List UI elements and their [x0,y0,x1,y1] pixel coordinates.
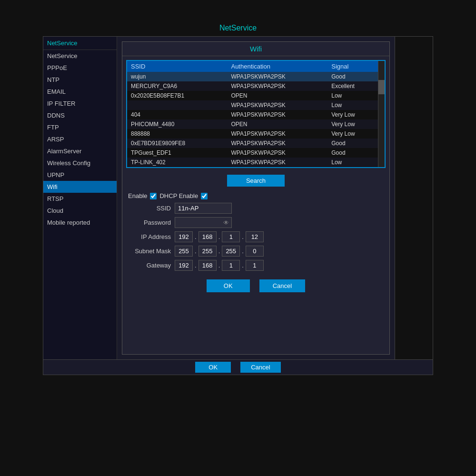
ip-d[interactable] [246,231,264,242]
wifi-dialog: Wifi SSID Authentication Signal [122,41,390,355]
sidebar-item-rtsp[interactable]: RTSP [43,193,117,205]
sidebar: NetService NetServicePPPoENTPEMAILIP FIL… [43,37,117,359]
cell-signal: Very Low [327,119,378,129]
sidebar-item-arsp[interactable]: ARSP [43,133,117,145]
gateway-d[interactable] [246,260,264,271]
sidebar-item-mobile-reported[interactable]: Mobile reported [43,217,117,228]
ip-c[interactable] [222,231,240,242]
scrollbar-thumb[interactable] [378,80,385,94]
cell-ssid: 0x2020E5B08FE7B1 [127,91,227,100]
dhcp-enable-label: DHCP Enable [159,192,198,199]
cell-ssid: TP-LINK_402 [127,158,227,167]
subnet-mask-row: Subnet Mask . . . [128,246,384,257]
ok-button[interactable]: OK [207,279,250,292]
cell-signal: Low [327,100,378,110]
cell-auth: WPA1PSKWPA2PSK [227,72,327,81]
sidebar-item-email[interactable]: EMAIL [43,86,117,98]
gateway-c[interactable] [222,260,240,271]
table-row[interactable]: 404WPA1PSKWPA2PSKVery Low [127,110,378,119]
main-content: Wifi SSID Authentication Signal [117,37,395,359]
cell-auth: OPEN [227,91,327,100]
sidebar-item-ddns[interactable]: DDNS [43,109,117,121]
outer-title: NetService [219,24,257,32]
cell-signal: Very Low [327,129,378,139]
sidebar-item-ntp[interactable]: NTP [43,74,117,86]
mask-c[interactable] [222,246,240,257]
ip-address-row: IP Address . . . [128,231,384,242]
search-btn-row: Search [122,175,389,187]
eye-icon: 👁 [223,219,229,226]
col-ssid: SSID [127,61,227,72]
col-auth: Authentication [227,61,327,72]
sidebar-item-pppoe[interactable]: PPPoE [43,62,117,74]
cell-ssid: TPGuest_EDF1 [127,148,227,158]
scrollbar[interactable] [378,61,385,167]
cell-ssid: 404 [127,110,227,119]
cell-auth: OPEN [227,119,327,129]
bottom-ok-button[interactable]: OK [195,362,231,373]
sidebar-item-netservice[interactable]: NetService [43,50,117,62]
main-panel: NetService NetServicePPPoENTPEMAILIP FIL… [43,36,433,360]
wifi-title: Wifi [122,42,389,56]
cell-auth: WPA1PSKWPA2PSK [227,129,327,139]
sidebar-item-wireless-config[interactable]: Wireless Config [43,157,117,169]
cell-signal: Low [327,91,378,100]
cell-ssid: PHICOMM_4480 [127,119,227,129]
cell-signal: Excellent [327,81,378,91]
table-header-row: SSID Authentication Signal [127,61,378,72]
cell-ssid: wujun [127,72,227,81]
table-row[interactable]: PHICOMM_4480OPENVery Low [127,119,378,129]
table-row[interactable]: WPA1PSKWPA2PSKLow [127,100,378,110]
table-row[interactable]: 0xE7BD91E9809FE8WPA1PSKWPA2PSKGood [127,139,378,148]
cell-ssid: 0xE7BD91E9809FE8 [127,139,227,148]
ip-field-group: . . . [175,231,264,242]
sidebar-item-upnp[interactable]: UPNP [43,169,117,181]
search-button[interactable]: Search [227,175,285,187]
mask-d[interactable] [246,246,264,257]
table-row[interactable]: TPGuest_EDF1WPA1PSKWPA2PSKGood [127,148,378,158]
sidebar-item-ftp[interactable]: FTP [43,121,117,133]
cell-signal: Low [327,158,378,167]
col-signal: Signal [327,61,378,72]
subnet-mask-label: Subnet Mask [128,248,171,255]
sidebar-item-cloud[interactable]: Cloud [43,205,117,217]
cell-signal: Very Low [327,110,378,119]
bottom-bar: OK Cancel [43,360,433,375]
right-panel [395,37,433,359]
cell-signal: Good [327,148,378,158]
sidebar-item-alarmserver[interactable]: AlarmServer [43,145,117,157]
bottom-cancel-button[interactable]: Cancel [240,362,280,373]
cell-signal: Good [327,72,378,81]
sidebar-item-wifi[interactable]: Wifi [43,181,117,193]
screen-background: NetService NetService NetServicePPPoENTP… [0,0,476,476]
dialog-buttons: OK Cancel [122,274,389,296]
ssid-input[interactable] [175,203,232,214]
dhcp-enable-checkbox[interactable] [201,193,208,199]
cell-signal: Good [327,139,378,148]
table-row[interactable]: 888888WPA1PSKWPA2PSKVery Low [127,129,378,139]
mask-b[interactable] [198,246,217,257]
ip-a[interactable] [175,231,193,242]
enable-checkbox[interactable] [150,193,157,199]
password-input-wrapper: 👁 [175,217,232,228]
ssid-row: SSID [128,203,384,214]
table-row[interactable]: wujunWPA1PSKWPA2PSKGood [127,72,378,81]
enable-row: Enable DHCP Enable [128,192,384,199]
gateway-a[interactable] [175,260,193,271]
cell-ssid [127,100,227,110]
mask-a[interactable] [175,246,193,257]
ip-address-label: IP Address [128,233,171,240]
sidebar-item-ip-filter[interactable]: IP FILTER [43,98,117,109]
form-area: Enable DHCP Enable SSID Password [122,189,389,274]
enable-label: Enable [128,192,147,199]
ip-b[interactable] [198,231,217,242]
table-row[interactable]: MERCURY_C9A6WPA1PSKWPA2PSKExcellent [127,81,378,91]
mask-field-group: . . . [175,246,264,257]
cell-auth: WPA1PSKWPA2PSK [227,148,327,158]
table-row[interactable]: 0x2020E5B08FE7B1OPENLow [127,91,378,100]
gateway-b[interactable] [198,260,217,271]
password-row: Password 👁 [128,217,384,228]
table-row[interactable]: TP-LINK_402WPA1PSKWPA2PSKLow [127,158,378,167]
cancel-button[interactable]: Cancel [259,279,305,292]
gateway-label: Gateway [128,262,171,269]
